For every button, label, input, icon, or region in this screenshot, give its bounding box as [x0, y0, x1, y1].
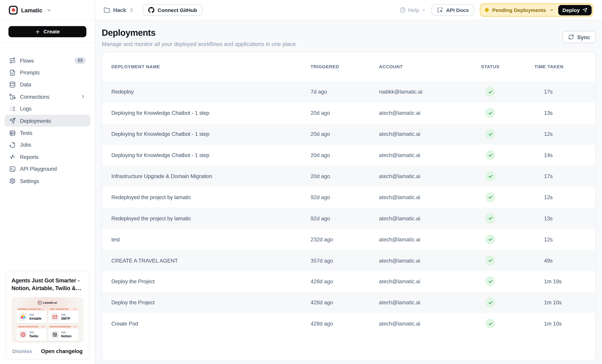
column-deployment-name: DEPLOYMENT NAME [111, 64, 311, 69]
sidebar-item-label: Settings [20, 178, 86, 184]
sidebar-item-prompts[interactable]: Prompts [5, 66, 90, 78]
deployment-name-cell: Create Pod [111, 321, 311, 327]
table-row[interactable]: Redeploy 7d ago naitikk@lamatic.ai 17s [102, 81, 595, 102]
help-menu[interactable]: Help [400, 7, 426, 13]
sidebar-item-label: Prompts [20, 69, 86, 75]
create-button[interactable]: Create [8, 26, 86, 37]
triggered-cell: 20d ago [311, 131, 379, 137]
chevron-down-icon [549, 8, 554, 12]
account-cell: atech@lamatic.ai [379, 278, 467, 285]
table-header: DEPLOYMENT NAME TRIGGERED ACCOUNT STATUS… [102, 52, 595, 81]
sidebar-item-reports[interactable]: Reports [5, 151, 90, 163]
status-cell [467, 298, 513, 307]
time-taken-cell: 14s [513, 152, 586, 158]
sidebar-item-label: Reports [20, 154, 86, 160]
prompts-icon [9, 69, 16, 76]
table-row[interactable]: Infrastructure Upgrade & Domain Migratio… [102, 166, 595, 187]
changelog-promo-image: Lamatic.ai AIRTABLE INTEGRATION▸ − AppAi… [11, 297, 83, 343]
dismiss-button[interactable]: Dismiss [12, 348, 32, 354]
sidebar-item-label: Connections [20, 94, 76, 100]
table-row[interactable]: test 232d ago atech@lamatic.ai 12s [102, 229, 595, 250]
activity-icon [9, 154, 16, 160]
deploy-button[interactable]: Deploy [558, 5, 591, 15]
api-docs-button[interactable]: API Docs [431, 4, 474, 16]
notion-icon [51, 331, 59, 339]
table-row[interactable]: Create Pod 428d ago atech@lamatic.ai 1m … [102, 313, 595, 334]
account-cell: atech@lamatic.ai [379, 300, 467, 306]
connect-github-button[interactable]: Connect GitHub [143, 4, 203, 16]
lamatic-logo-icon [9, 6, 18, 15]
deployments-table: DEPLOYMENT NAME TRIGGERED ACCOUNT STATUS… [102, 52, 596, 361]
brand-name: Lamatic [21, 7, 42, 13]
status-cell [467, 277, 513, 286]
table-icon [9, 129, 16, 136]
triggered-cell: 357d ago [311, 257, 379, 263]
account-cell: atech@lamatic.ai [379, 173, 467, 179]
triggered-cell: 92d ago [311, 194, 379, 200]
sidebar-item-deployments[interactable]: Deployments [5, 115, 90, 127]
pending-deployments-dropdown[interactable]: Pending Deployments Deploy [480, 3, 593, 16]
create-section: Create [0, 20, 95, 43]
workspace-switcher[interactable]: Lamatic [0, 0, 95, 20]
promo-app-airtable: AIRTABLE INTEGRATION▸ − AppAirtable [16, 307, 46, 323]
triggered-cell: 428d ago [311, 278, 379, 285]
help-circle-icon [400, 7, 406, 13]
sidebar-item-label: Tests [20, 130, 86, 136]
page-subtitle: Manage and monitor all your deployed wor… [102, 41, 296, 47]
airtable-icon [19, 313, 27, 321]
success-check-icon [486, 277, 495, 286]
sidebar-item-api-playground[interactable]: API Playground [5, 163, 90, 175]
time-taken-cell: 12s [513, 131, 586, 137]
deployment-name-cell: test [111, 236, 311, 242]
changelog-title: Agents Just Got Smarter - Notion, Airtab… [11, 277, 83, 292]
success-check-icon [486, 108, 495, 118]
sidebar-item-jobs[interactable]: Jobs [5, 139, 90, 151]
table-row[interactable]: Deploying for Knowledge Chatbot - 1 step… [102, 102, 595, 124]
topbar: Hack Connect GitHub Help [95, 0, 602, 20]
sync-button[interactable]: Sync [562, 31, 596, 43]
account-cell: naitikk@lamatic.ai [379, 89, 467, 95]
deployment-name-cell: Deploying for Knowledge Chatbot - 1 step [111, 110, 311, 116]
chevrons-up-down-icon [129, 8, 134, 12]
status-cell [467, 108, 513, 118]
flows-icon [9, 57, 16, 64]
cable-icon [9, 93, 16, 100]
table-row[interactable]: Redeployed the project by lamatic 92d ag… [102, 187, 595, 208]
table-row[interactable]: Deploying for Knowledge Chatbot - 1 step… [102, 145, 595, 166]
open-changelog-button[interactable]: Open changelog [41, 348, 83, 354]
status-cell [467, 171, 513, 181]
triggered-cell: 428d ago [311, 300, 379, 306]
sidebar-item-tests[interactable]: Tests [5, 127, 90, 139]
success-check-icon [486, 193, 495, 202]
success-check-icon [486, 87, 495, 96]
changelog-card: Agents Just Got Smarter - Notion, Airtab… [5, 270, 89, 360]
success-check-icon [486, 150, 495, 160]
api-docs-icon [437, 7, 443, 13]
sidebar-item-logs[interactable]: Logs [5, 103, 90, 115]
sidebar-item-label: Jobs [20, 142, 86, 148]
sidebar-item-label: Flows [20, 57, 70, 64]
flows-count-badge: 23 [75, 57, 86, 64]
file-refresh-icon [9, 142, 16, 148]
table-row[interactable]: Deploy the Project 428d ago atech@lamati… [102, 292, 595, 313]
sidebar-item-data[interactable]: Data [5, 78, 90, 90]
gear-icon [9, 178, 16, 184]
project-selector[interactable]: Hack [104, 7, 134, 13]
status-cell [467, 193, 513, 202]
main-column: Hack Connect GitHub Help [95, 0, 602, 364]
sidebar-item-connections[interactable]: Connections [5, 91, 90, 103]
sidebar-item-flows[interactable]: Flows 23 [5, 54, 90, 66]
table-row[interactable]: CREATE A TRAVEL AGENT 357d ago atech@lam… [102, 250, 595, 271]
app-window: Lamatic Create Flows 23 Prompts [0, 0, 602, 364]
promo-app-twilio: TWILIO INTEGRATION▸ − AppTwilio [16, 325, 46, 341]
time-taken-cell: 49s [513, 257, 586, 263]
table-row[interactable]: Deploy the Project 428d ago atech@lamati… [102, 271, 595, 292]
sidebar-item-settings[interactable]: Settings [5, 175, 90, 187]
table-row[interactable]: Redeployed the project by lamatic 92d ag… [102, 208, 595, 229]
chevron-down-icon [421, 8, 426, 12]
success-check-icon [486, 235, 495, 244]
triggered-cell: 92d ago [311, 215, 379, 221]
triggered-cell: 20d ago [311, 110, 379, 116]
success-check-icon [486, 171, 495, 181]
table-row[interactable]: Deploying for Knowledge Chatbot - 1 step… [102, 124, 595, 145]
